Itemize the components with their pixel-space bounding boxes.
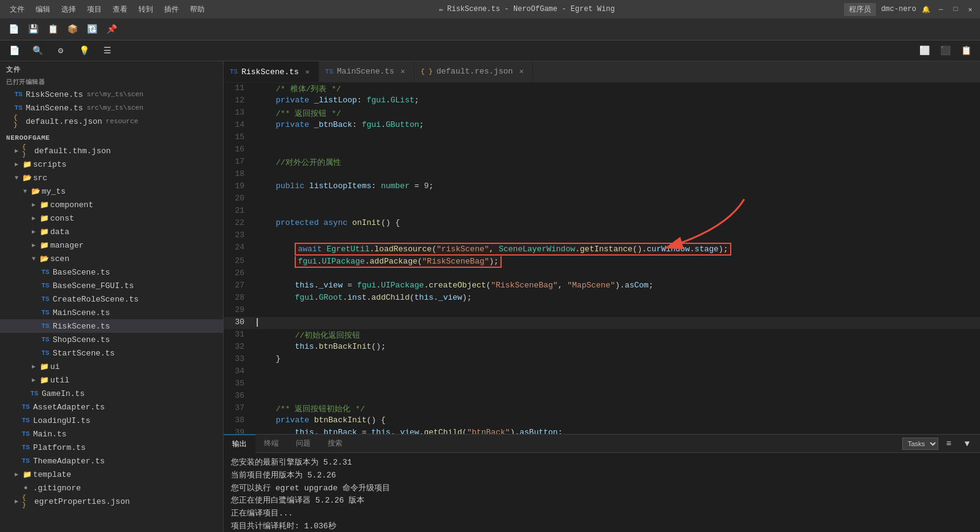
tab-close-mainscene[interactable]: ✕ [398, 67, 408, 77]
menu-bar[interactable]: 文件 编辑 选择 项目 查看 转到 插件 帮助 [5, 3, 209, 16]
tab-mainscene[interactable]: TS MainScene.ts ✕ [319, 61, 415, 82]
output-line-5: 正在编译项目... [231, 507, 973, 520]
toolbar-pin[interactable]: 📌 [103, 21, 120, 38]
code-line-13: 13 /** 返回按钮 */ [224, 107, 980, 120]
maximize-button[interactable]: □ [951, 4, 960, 14]
toolbar-copy[interactable]: 📋 [44, 21, 61, 38]
split-editor-icon[interactable]: ⬜ [916, 43, 932, 59]
menu-goto[interactable]: 转到 [134, 3, 158, 16]
tree-item-scen[interactable]: ▼ 📂 scen [0, 252, 223, 265]
line-content-22: protected async onInit() { [254, 218, 980, 230]
tree-item-component[interactable]: ▶ 📁 component [0, 198, 223, 211]
folder-icon-const: 📁 [39, 213, 49, 223]
panel-tab-search[interactable]: 搜索 [319, 435, 351, 453]
tree-item-manager[interactable]: ▶ 📁 manager [0, 238, 223, 252]
code-editor[interactable]: 11 /* 椎体/列表 */ 12 private _listLoop: fgu… [224, 83, 980, 434]
code-line-22: 22 protected async onInit() { [224, 218, 980, 230]
sidebar-settings-icon[interactable]: ⚙ [53, 43, 69, 59]
open-editor-resjson-name: default.res.json [26, 117, 102, 126]
code-line-11: 11 /* 椎体/列表 */ [224, 83, 980, 95]
panel-expand-icon[interactable]: ▼ [959, 436, 975, 452]
tree-item-src[interactable]: ▼ 📂 src [0, 171, 223, 184]
code-line-12: 12 private _listLoop: fgui.GList; [224, 95, 980, 107]
open-editor-resjson[interactable]: { } default.res.json resource [0, 115, 223, 128]
minimize-button[interactable]: — [936, 4, 946, 14]
more-actions-icon[interactable]: 📋 [958, 43, 974, 59]
code-line-33: 33 } [224, 354, 980, 366]
tree-item-riskscene[interactable]: TS RiskScene.ts [0, 319, 223, 333]
tree-main-label: Main.ts [33, 430, 67, 439]
tasks-dropdown[interactable]: Tasks [902, 438, 938, 450]
tree-item-shopscene[interactable]: TS ShopScene.ts [0, 333, 223, 346]
panel-tab-output[interactable]: 输出 [224, 435, 255, 453]
tree-item-platform[interactable]: TS Platform.ts [0, 441, 223, 454]
code-line-27: 27 this._view = fgui.UIPackage.createObj… [224, 280, 980, 292]
code-line-23: 23 [224, 230, 980, 242]
tree-item-const[interactable]: ▶ 📁 const [0, 211, 223, 225]
tree-item-themeadapter[interactable]: TS ThemeAdapter.ts [0, 454, 223, 468]
toolbar-new[interactable]: 📄 [5, 21, 22, 38]
menu-file[interactable]: 文件 [5, 3, 29, 16]
tree-item-startscene[interactable]: TS StartScene.ts [0, 346, 223, 360]
editor-icons-right: ⬜ ⬛ 📋 [910, 43, 980, 59]
line-number-15: 15 [224, 132, 254, 144]
output-line-1: 您安装的最新引擎版本为 5.2.31 [231, 457, 973, 469]
panel-tab-terminal[interactable]: 终端 [255, 435, 287, 453]
folder-icon-util: 📁 [39, 375, 49, 385]
folder-icon-template: 📁 [22, 469, 32, 479]
tree-item-myts[interactable]: ▼ 📂 my_ts [0, 184, 223, 198]
line-number-39: 39 [224, 427, 254, 434]
menu-view[interactable]: 查看 [108, 3, 132, 16]
tree-egretproperties-label: egretProperties.json [34, 497, 130, 506]
tree-item-loadingui[interactable]: TS LoadingUI.ts [0, 414, 223, 427]
line-number-12: 12 [224, 95, 254, 107]
sidebar-explorer-icon[interactable]: 📄 [6, 43, 22, 59]
notification-bell[interactable]: 🔔 [921, 4, 931, 14]
line-content-13: /** 返回按钮 */ [254, 107, 980, 120]
sidebar-search-icon[interactable]: 🔍 [29, 43, 45, 59]
code-line-28: 28 fgui.GRoot.inst.addChild(this._view); [224, 292, 980, 305]
tree-item-util[interactable]: ▶ 📁 util [0, 373, 223, 387]
sidebar-bulb-icon[interactable]: 💡 [76, 43, 92, 59]
toolbar-package[interactable]: 📦 [64, 21, 81, 38]
tree-item-basescene[interactable]: TS BaseScene.ts [0, 265, 223, 279]
tree-item-ui[interactable]: ▶ 📁 ui [0, 360, 223, 373]
tree-item-scripts[interactable]: ▶ 📁 scripts [0, 158, 223, 171]
toolbar-save[interactable]: 💾 [24, 21, 42, 38]
files-section-title: 文件 [0, 61, 223, 77]
tree-item-createrolescene[interactable]: TS CreateRoleScene.ts [0, 292, 223, 306]
close-button[interactable]: ✕ [965, 4, 975, 14]
menu-help[interactable]: 帮助 [185, 3, 209, 16]
toggle-panel-icon[interactable]: ⬛ [937, 43, 953, 59]
tree-item-main[interactable]: TS Main.ts [0, 427, 223, 441]
tree-item-template[interactable]: ▶ 📁 template [0, 468, 223, 481]
panel-sort-icon[interactable]: ≡ [941, 436, 957, 452]
menu-edit[interactable]: 编辑 [31, 3, 55, 16]
sidebar-menu-icon[interactable]: ☰ [99, 43, 115, 59]
menu-select[interactable]: 选择 [56, 3, 81, 16]
line-number-17: 17 [224, 156, 254, 169]
tree-item-mainscene[interactable]: TS MainScene.ts [0, 306, 223, 319]
tree-item-egretproperties[interactable]: ▶ { } egretProperties.json [0, 495, 223, 508]
open-editor-riskscene[interactable]: TS RiskScene.ts src\my_ts\scen [0, 88, 223, 101]
panel-tab-problems[interactable]: 问题 [287, 435, 319, 453]
toolbar-refresh[interactable]: 🔃 [83, 21, 100, 38]
menu-plugins[interactable]: 插件 [159, 3, 184, 16]
open-editor-mainscene[interactable]: TS MainScene.ts src\my_ts\scen [0, 101, 223, 115]
tab-riskscene[interactable]: TS RiskScene.ts ✕ [224, 61, 319, 82]
line-number-23: 23 [224, 230, 254, 242]
user-role-button[interactable]: 程序员 [844, 3, 876, 16]
code-line-24: 24 await EgretUtil.loadResource("riskSce… [224, 242, 980, 256]
tree-item-data[interactable]: ▶ 📁 data [0, 225, 223, 238]
menu-project[interactable]: 项目 [82, 3, 107, 16]
ts-icon-gamein: TS [29, 389, 39, 398]
tree-item-default-thm[interactable]: ▶ { } default.thm.json [0, 144, 223, 158]
tab-close-resjson[interactable]: ✕ [516, 67, 526, 77]
tree-item-gitignore[interactable]: ● .gitignore [0, 481, 223, 495]
tab-close-riskscene[interactable]: ✕ [303, 67, 312, 77]
tab-resjson[interactable]: { } default.res.json ✕ [415, 61, 533, 82]
tree-item-gamein[interactable]: TS GameIn.ts [0, 387, 223, 400]
tree-item-assetadapter[interactable]: TS AssetAdapter.ts [0, 400, 223, 414]
tree-basescenefgui-label: BaseScene_FGUI.ts [53, 281, 134, 291]
tree-item-basescene-fgui[interactable]: TS BaseScene_FGUI.ts [0, 279, 223, 292]
